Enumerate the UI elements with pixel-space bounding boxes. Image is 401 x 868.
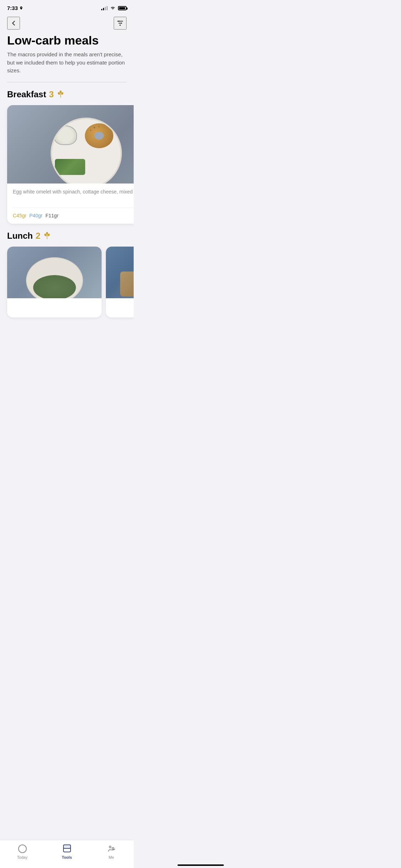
battery-icon [118,6,127,10]
svg-point-5 [119,25,121,26]
nav-bar [0,14,134,34]
fat-macro: F11gr [46,213,59,218]
lunch-card-1-description [13,302,96,309]
main-content: Low-carb meals The macros provided in th… [0,34,134,355]
lunch-card-1-content [7,298,102,317]
protein-macro: P40gr [29,213,42,218]
section-divider [7,82,127,82]
breakfast-count: 3 [49,89,53,99]
page-description: The macros provided in the meals aren't … [7,51,127,75]
svg-point-10 [46,232,48,234]
lunch-title: Lunch [7,231,33,241]
breakfast-cards-scroll[interactable]: Egg white omelet with spinach, cottage c… [0,105,134,229]
svg-point-4 [121,22,122,24]
breakfast-card-1[interactable]: Egg white omelet with spinach, cottage c… [7,105,134,224]
breakfast-card-1-image [7,105,134,184]
status-time: 7:33 [7,5,23,11]
lunch-section-header: Lunch 2 [7,231,127,241]
lunch-grain-icon [43,232,51,240]
back-button[interactable] [7,17,20,30]
breakfast-card-1-content: Egg white omelet with spinach, cottage c… [7,184,134,224]
wifi-icon [110,6,116,10]
lunch-card-2-content [106,298,134,312]
breakfast-section-header: Breakfast 3 [7,89,127,99]
filter-button[interactable] [114,17,127,30]
carbs-macro: C45gr [13,213,26,218]
lunch-card-2[interactable] [106,247,134,317]
lunch-section: Lunch 2 [7,231,127,323]
status-icons [101,6,127,10]
breakfast-title: Breakfast [7,89,46,99]
breakfast-card-1-macros: C45gr P40gr F11gr → [13,208,134,219]
breakfast-grain-icon [57,91,65,98]
lunch-cards-scroll[interactable] [0,247,134,323]
lunch-count: 2 [36,231,40,241]
svg-point-3 [118,21,120,22]
location-icon [19,6,23,10]
page-title: Low-carb meals [7,34,127,47]
svg-point-6 [60,91,62,93]
lunch-card-1[interactable] [7,247,102,317]
breakfast-card-1-description: Egg white omelet with spinach, cottage c… [13,188,134,203]
signal-bars-icon [101,6,108,10]
status-bar: 7:33 [0,0,134,14]
filter-icon [116,19,124,27]
